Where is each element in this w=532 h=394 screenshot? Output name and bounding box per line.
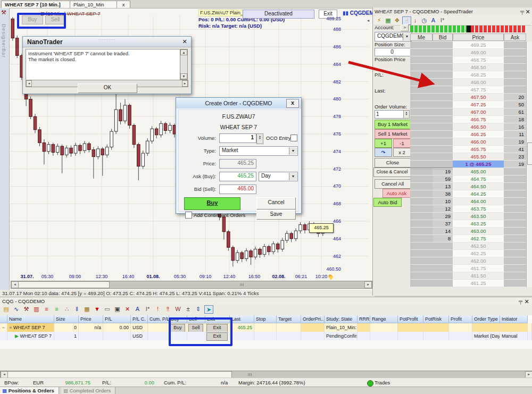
ladder-me-cell[interactable]	[410, 220, 433, 228]
help-book-icon[interactable]: ▣	[113, 305, 121, 313]
ladder-ask-cell[interactable]	[504, 71, 526, 79]
collapse-axis-icon[interactable]: ◂	[367, 18, 369, 23]
alert-icon[interactable]: !	[154, 305, 162, 313]
ladder-column-header[interactable]: Bid	[433, 33, 453, 41]
ladder-me-cell[interactable]	[410, 131, 433, 138]
ladder-ask-cell[interactable]	[504, 250, 526, 257]
ladder-bid-cell[interactable]	[433, 138, 453, 146]
ladder-price-cell[interactable]: 463.00	[453, 228, 504, 235]
ladder-me-cell[interactable]	[410, 71, 433, 79]
ladder-ask-cell[interactable]	[504, 168, 526, 175]
column-header-rrr[interactable]: RRR	[358, 315, 370, 323]
ladder-row[interactable]: 468.50	[410, 64, 526, 71]
ladder-me-cell[interactable]	[410, 108, 433, 116]
ladder-ask-cell[interactable]	[504, 175, 526, 183]
ladder-ask-cell[interactable]: 20	[504, 94, 526, 101]
ladder-ask-cell[interactable]: 19	[504, 138, 526, 146]
ladder-ask-cell[interactable]	[504, 280, 526, 287]
tab-positions-orders[interactable]: ▦ Positions & Orders	[0, 387, 59, 394]
clock-icon[interactable]: ◷	[420, 16, 428, 24]
ladder-me-cell[interactable]	[410, 265, 433, 272]
chevron-down-icon[interactable]: ▼	[403, 33, 411, 40]
table-cell-name[interactable]: ▶ WHEAT SEP 7	[7, 332, 54, 340]
open-folder-icon[interactable]: ▤	[2, 305, 10, 313]
ladder-me-cell[interactable]	[410, 235, 433, 242]
ladder-bid-cell[interactable]	[433, 161, 453, 168]
ladder-ask-cell[interactable]	[504, 235, 526, 242]
ladder-me-cell[interactable]	[410, 64, 433, 71]
order-volume-field[interactable]: 1	[375, 110, 405, 119]
wave-icon[interactable]: W	[174, 305, 182, 313]
column-header-p-l[interactable]: P/L	[103, 315, 131, 323]
locked-chart-icon[interactable]: ▦	[83, 305, 91, 313]
ladder-price-cell[interactable]: 467.25	[453, 101, 504, 108]
column-header-orderpri-[interactable]: OrderPri...	[301, 315, 325, 323]
column-header-last[interactable]: Last	[230, 315, 254, 323]
ladder-bid-cell[interactable]: 37	[433, 220, 453, 228]
ladder-row[interactable]: 467.2550	[410, 101, 526, 108]
ladder-ask-cell[interactable]	[504, 190, 526, 198]
ladder-price-cell[interactable]: 466.75	[453, 116, 504, 123]
scatter-icon[interactable]: ∴	[63, 305, 71, 313]
ladder-bid-cell[interactable]	[433, 257, 453, 265]
cancel-button[interactable]: Cancel	[256, 197, 296, 209]
column-header-stop[interactable]: Stop	[254, 315, 277, 323]
ladder-row[interactable]: 466.5016	[410, 123, 526, 131]
ladder-ask-cell[interactable]: 41	[504, 146, 526, 153]
sell-1-market-button[interactable]: Sell 1 Market	[375, 129, 411, 139]
ladder-ask-cell[interactable]	[504, 49, 526, 56]
tree-toggle-icon[interactable]: −	[0, 323, 7, 332]
ladder-ask-cell[interactable]	[504, 265, 526, 272]
ladder-price-cell[interactable]: 462.00	[453, 257, 504, 265]
formula-icon[interactable]: I*	[438, 16, 446, 24]
ladder-ask-cell[interactable]: 16	[504, 123, 526, 131]
ladder-bid-cell[interactable]	[433, 250, 453, 257]
ladder-bid-cell[interactable]: 12	[433, 205, 453, 213]
ladder-row[interactable]: 462.00	[410, 257, 526, 265]
deactivated-button[interactable]: Deactivated	[243, 10, 314, 19]
ladder-me-cell[interactable]	[410, 86, 433, 94]
ladder-price-cell[interactable]: 464.50	[453, 183, 504, 190]
drag-handle[interactable]: ∙∙∙∙∙∙∙∙∙∙	[98, 37, 115, 42]
quick-trade-icon[interactable]: ⚡	[375, 16, 383, 24]
ladder-row[interactable]: 468.25	[410, 71, 526, 79]
ladder-ask-cell[interactable]	[504, 257, 526, 265]
ladder-bid-cell[interactable]: 14	[433, 228, 453, 235]
ladder-price-cell[interactable]: 465.00	[453, 168, 504, 175]
ladder-row[interactable]: 466.7518	[410, 116, 526, 123]
ladder-me-cell[interactable]	[410, 198, 433, 205]
ladder-bid-cell[interactable]	[433, 49, 453, 56]
ladder-bid-cell[interactable]	[433, 64, 453, 71]
red-rows-icon[interactable]: ≡	[43, 305, 51, 313]
ladder-ask-cell[interactable]	[504, 220, 526, 228]
ladder-me-cell[interactable]	[410, 94, 433, 101]
ladder-bid-cell[interactable]	[433, 41, 453, 49]
ladder-ask-cell[interactable]	[504, 228, 526, 235]
ladder-bid-cell[interactable]: 59	[433, 175, 453, 183]
table-cell-name[interactable]: ● WHEAT SEP 7	[7, 323, 54, 332]
split-icon[interactable]: ⇕	[194, 305, 202, 313]
plus-one-button[interactable]: +1	[375, 139, 392, 148]
ladder-me-cell[interactable]	[410, 228, 433, 235]
ladder-price-cell[interactable]: 464.75	[453, 175, 504, 183]
minus-one-button[interactable]: -1	[393, 139, 411, 148]
ladder-ask-cell[interactable]	[504, 213, 526, 220]
tab-close-icon[interactable]: x	[117, 1, 130, 9]
ladder-price-cell[interactable]: 464.00	[453, 198, 504, 205]
ladder-me-cell[interactable]	[410, 242, 433, 250]
ladder-ask-cell[interactable]	[504, 272, 526, 280]
ladder-bid-cell[interactable]	[433, 146, 453, 153]
dialog-v-scrollbar[interactable]: ▲ ▼	[180, 49, 188, 80]
ladder-me-cell[interactable]	[410, 183, 433, 190]
tools-icon[interactable]: ⚒	[22, 305, 30, 313]
ladder-ask-cell[interactable]: 23	[504, 153, 526, 161]
ladder-row[interactable]: 462.25	[410, 250, 526, 257]
ladder-column-header[interactable]: Ask	[504, 33, 526, 41]
ladder-bid-cell[interactable]	[433, 71, 453, 79]
close-icon[interactable]: ✕	[525, 9, 530, 15]
board-icon[interactable]: ▦	[384, 16, 392, 24]
ladder-ask-cell[interactable]: 18	[504, 116, 526, 123]
column-header-potprofit[interactable]: PotProfit	[398, 315, 423, 323]
ladder-me-cell[interactable]	[410, 272, 433, 280]
ladder-price-cell[interactable]: 466.50	[453, 123, 504, 131]
